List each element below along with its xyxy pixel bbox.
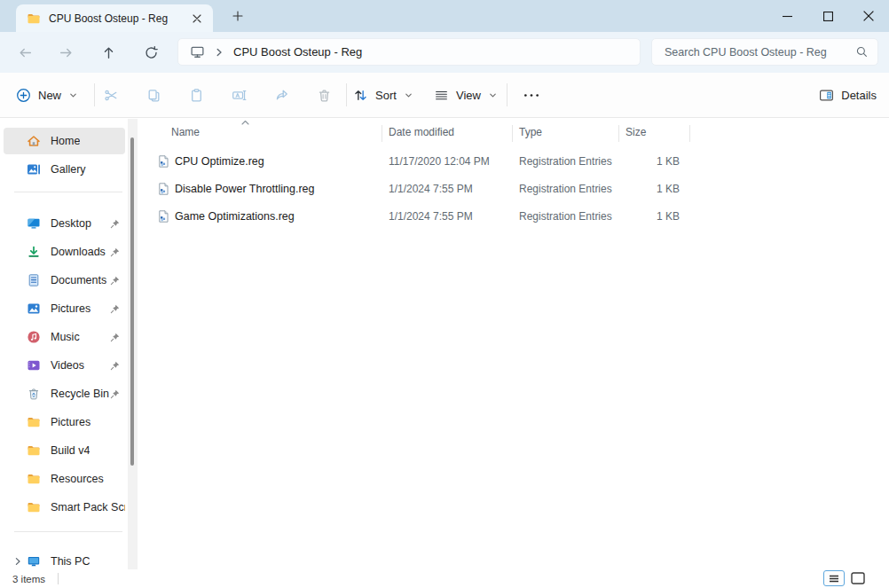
file-explorer-window: CPU Boost Osteup - Reg (0, 0, 889, 588)
new-tab-button[interactable] (230, 8, 246, 24)
address-bar[interactable]: CPU Boost Osteup - Reg (177, 38, 641, 66)
sidebar-item-music[interactable]: Music (4, 324, 125, 350)
minimize-button[interactable] (767, 0, 807, 32)
pin-icon (109, 360, 121, 372)
chevron-right-icon[interactable] (12, 556, 23, 567)
sidebar-item-documents[interactable]: Documents (4, 267, 125, 294)
file-type: Registration Entries (519, 203, 612, 231)
more-options-button[interactable] (517, 81, 546, 109)
sidebar-item-smart-pack[interactable]: Smart Pack Scrip (4, 494, 125, 521)
close-button[interactable] (848, 0, 889, 32)
share-button[interactable] (267, 81, 295, 109)
table-row[interactable]: Game Optimizations.reg 1/1/2024 7:55 PM … (142, 203, 889, 231)
folder-icon (27, 443, 41, 458)
details-pane-button[interactable]: Details (819, 73, 877, 117)
folder-icon (27, 12, 41, 26)
this-pc-icon (27, 554, 41, 568)
toolbar-separator (346, 83, 347, 106)
up-button[interactable] (94, 38, 122, 67)
file-date-modified: 1/1/2024 7:55 PM (389, 203, 473, 231)
sidebar-item-gallery[interactable]: Gallery (4, 156, 125, 183)
toolbar-separator (507, 83, 507, 106)
rename-button[interactable] (224, 81, 253, 109)
pin-icon (109, 303, 121, 315)
file-size: 1 KB (625, 176, 680, 203)
column-separator[interactable] (512, 125, 513, 142)
view-lines-icon (434, 88, 449, 103)
sidebar-item-home[interactable]: Home (4, 128, 125, 154)
search-icon[interactable] (855, 45, 869, 59)
sidebar-scrollbar-thumb[interactable] (130, 137, 134, 466)
home-icon (27, 134, 41, 148)
details-pane-label: Details (841, 89, 877, 102)
chevron-right-icon (214, 47, 224, 58)
file-size: 1 KB (625, 148, 680, 176)
view-button-label: View (456, 89, 481, 102)
forward-button[interactable] (51, 38, 80, 67)
reg-file-icon (156, 182, 170, 196)
pin-icon (109, 247, 121, 258)
sidebar-item-pictures[interactable]: Pictures (4, 295, 125, 322)
sidebar-divider (14, 531, 122, 532)
sidebar-item-label: Resources (51, 473, 104, 485)
breadcrumb[interactable]: CPU Boost Osteup - Reg (233, 45, 362, 59)
tab-close-button[interactable] (188, 10, 206, 27)
maximize-button[interactable] (807, 0, 848, 32)
tab-title: CPU Boost Osteup - Reg (49, 12, 188, 25)
sidebar-item-recycle-bin[interactable]: Recycle Bin (4, 380, 125, 407)
titlebar: CPU Boost Osteup - Reg (0, 0, 889, 32)
sidebar-item-resources[interactable]: Resources (4, 466, 125, 492)
details-view-toggle[interactable] (823, 570, 845, 586)
large-icons-view-toggle[interactable] (851, 572, 865, 584)
sidebar-item-build-v4[interactable]: Build v4 (4, 437, 125, 464)
column-header-size[interactable]: Size (625, 126, 646, 138)
search-box[interactable] (651, 38, 878, 66)
copy-button[interactable] (139, 81, 168, 109)
table-row[interactable]: Disable Power Throttling.reg 1/1/2024 7:… (142, 176, 889, 203)
file-rows: CPU Optimize.reg 11/17/2020 12:04 PM Reg… (142, 148, 889, 231)
sidebar-item-label: Music (51, 331, 80, 343)
file-date-modified: 11/17/2020 12:04 PM (389, 148, 490, 176)
column-separator[interactable] (382, 125, 382, 142)
desktop-icon (27, 216, 41, 231)
sort-arrows-icon (353, 88, 368, 103)
view-button[interactable]: View (434, 73, 498, 117)
new-button[interactable]: New (12, 73, 82, 117)
column-header-type[interactable]: Type (519, 126, 542, 138)
sidebar-item-label: Gallery (51, 163, 86, 176)
sidebar-item-label: Videos (51, 359, 84, 372)
file-size: 1 KB (625, 203, 680, 231)
sort-button[interactable]: Sort (353, 73, 413, 117)
sidebar-item-label: Build v4 (51, 444, 90, 457)
navigation-bar: CPU Boost Osteup - Reg (0, 32, 889, 73)
explorer-tab[interactable]: CPU Boost Osteup - Reg (16, 4, 213, 32)
delete-button[interactable] (310, 81, 338, 109)
items-count: 3 items (12, 574, 45, 584)
back-button[interactable] (11, 38, 39, 67)
refresh-button[interactable] (137, 38, 165, 67)
sidebar-item-downloads[interactable]: Downloads (4, 239, 125, 265)
cut-button[interactable] (97, 81, 125, 109)
column-header-date-modified[interactable]: Date modified (389, 126, 454, 138)
column-header-name[interactable]: Name (171, 126, 200, 138)
sidebar-item-label: Smart Pack Scrip (51, 501, 125, 514)
folder-icon (27, 500, 41, 514)
table-row[interactable]: CPU Optimize.reg 11/17/2020 12:04 PM Reg… (142, 148, 889, 176)
file-name: Disable Power Throttling.reg (175, 176, 314, 203)
column-separator[interactable] (618, 125, 619, 142)
sidebar-item-pictures-folder[interactable]: Pictures (4, 409, 125, 435)
navigation-pane: Home Gallery Desktop Downloads Documents… (0, 119, 142, 569)
sidebar-item-label: Downloads (51, 246, 106, 258)
paste-button[interactable] (182, 81, 210, 109)
sidebar-item-desktop[interactable]: Desktop (4, 210, 125, 237)
file-list: Name Date modified Type Size CPU Optimiz… (142, 119, 889, 569)
column-separator[interactable] (689, 125, 690, 142)
search-input[interactable] (663, 45, 855, 59)
sidebar-item-label: Home (51, 135, 80, 147)
command-bar: New Sort (0, 73, 889, 118)
window-controls (767, 0, 889, 32)
column-headers: Name Date modified Type Size (142, 121, 889, 145)
sidebar-item-this-pc[interactable]: This PC (4, 548, 125, 569)
sidebar-item-label: This PC (51, 555, 90, 568)
sidebar-item-videos[interactable]: Videos (4, 352, 125, 379)
